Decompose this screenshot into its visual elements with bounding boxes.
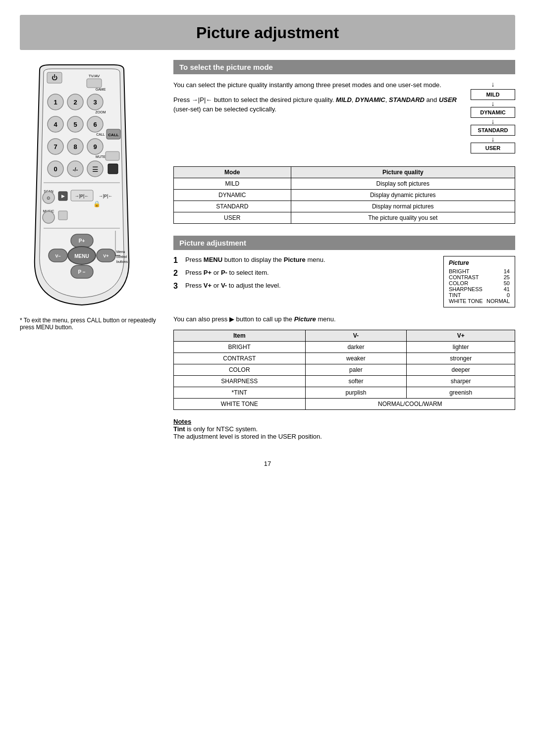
cycle-arrow-1: ↓ — [491, 100, 495, 107]
remote-control: ⏻ TV/AV GAME 1 2 3 ZOOM 4 — [25, 60, 154, 309]
adjustment-table-container: Item V- V+ BRIGHT darker lighter CONTRAS… — [173, 330, 515, 410]
svg-text:🔒: 🔒 — [93, 200, 101, 207]
mode-mild: MILD — [174, 178, 291, 190]
select-picture-mode-section: To select the picture mode ↓ MILD ↓ DYNA… — [173, 60, 515, 224]
quality-standard: Display normal pictures — [291, 201, 515, 212]
svg-text:→|P|←: →|P|← — [75, 194, 89, 199]
svg-text:▶: ▶ — [61, 194, 65, 199]
remote-note: * To exit the menu, press CALL button or… — [20, 317, 159, 331]
pic-row-color: COLOR 50 — [449, 280, 510, 286]
quality-mild: Display soft pictures — [291, 178, 515, 190]
adj-whitetone-values: NORMAL/COOL/WARM — [305, 399, 515, 410]
picture-menu-box: Picture BRIGHT 14 CONTRAST 25 COLOR 50 — [443, 256, 515, 307]
adj-tint-item: *TINT — [174, 387, 306, 399]
tv-av-label: TV/AV — [89, 74, 100, 78]
cycle-arrow-3: ↓ — [491, 136, 495, 143]
adjustment-note: The adjustment level is stored in the US… — [173, 433, 515, 440]
svg-text:5: 5 — [73, 121, 77, 128]
mode-user: USER — [174, 212, 291, 224]
mode-dynamic: DYNAMIC — [174, 190, 291, 201]
left-column: ⏻ TV/AV GAME 1 2 3 ZOOM 4 — [20, 60, 159, 440]
cycle-standard: STANDARD — [471, 125, 515, 136]
svg-text:P+: P+ — [79, 238, 85, 244]
svg-text:7: 7 — [54, 143, 57, 151]
pic-tint-val: 0 — [507, 292, 510, 298]
cycle-dynamic: DYNAMIC — [471, 107, 515, 118]
svg-text:CALL: CALL — [96, 133, 105, 136]
step-3-number: 3 — [173, 282, 181, 291]
mode-desc2: Press →|P|← button to select the desired… — [173, 95, 515, 114]
cycle-top-arrow: ↓ — [491, 80, 495, 88]
pic-contrast-val: 25 — [504, 274, 510, 280]
adj-whitetone-item: WHITE TONE — [174, 399, 306, 410]
svg-text:CALL: CALL — [108, 133, 118, 137]
pic-bright-val: 14 — [504, 268, 510, 274]
select-picture-mode-header: To select the picture mode — [173, 60, 515, 74]
notes-title: Notes — [173, 418, 515, 425]
adj-bright-item: BRIGHT — [174, 342, 306, 353]
svg-rect-47 — [58, 211, 67, 220]
pic-row-contrast: CONTRAST 25 — [449, 274, 510, 280]
pic-sharpness-label: SHARPNESS — [449, 286, 482, 292]
svg-text:4: 4 — [54, 121, 57, 128]
svg-text:buttons: buttons — [116, 260, 128, 263]
svg-point-46 — [43, 211, 54, 223]
adj-row-sharpness: SHARPNESS softer sharper — [174, 376, 515, 387]
adj-row-contrast: CONTRAST weaker stronger — [174, 353, 515, 364]
pic-row-bright: BRIGHT 14 — [449, 268, 510, 274]
mode-row-standard: STANDARD Display normal pictures — [174, 201, 515, 212]
step-1: 1 Press MENU button to display the Pictu… — [173, 256, 433, 265]
svg-rect-2 — [87, 79, 102, 88]
adj-contrast-vplus: stronger — [407, 353, 515, 364]
step-3: 3 Press V+ or V- to adjust the level. — [173, 282, 433, 291]
also-note: You can also press ▶ button to call up t… — [173, 315, 515, 323]
svg-rect-34 — [108, 164, 118, 174]
cycle-user: USER — [471, 143, 515, 153]
adjustment-table: Item V- V+ BRIGHT darker lighter CONTRAS… — [173, 330, 515, 410]
adj-contrast-vminus: weaker — [305, 353, 407, 364]
pic-whitetone-label: WHITE TONE — [449, 298, 483, 304]
svg-text:8: 8 — [73, 143, 77, 151]
adj-row-bright: BRIGHT darker lighter — [174, 342, 515, 353]
step-2-number: 2 — [173, 269, 181, 278]
mode-row-mild: MILD Display soft pictures — [174, 178, 515, 190]
adj-bright-vplus: lighter — [407, 342, 515, 353]
quality-user: The picture quality you set — [291, 212, 515, 224]
remote-svg: ⏻ TV/AV GAME 1 2 3 ZOOM 4 — [25, 60, 139, 307]
adj-contrast-item: CONTRAST — [174, 353, 306, 364]
adj-row-whitetone: WHITE TONE NORMAL/COOL/WARM — [174, 399, 515, 410]
vplus-col-header: V+ — [407, 330, 515, 342]
svg-text:V–: V– — [55, 253, 60, 258]
adj-row-color: COLOR paler deeper — [174, 364, 515, 376]
mode-col-header: Mode — [174, 167, 291, 178]
step-3-text: Press V+ or V- to adjust the level. — [185, 282, 281, 289]
svg-text:GAME: GAME — [96, 88, 106, 91]
adjustment-steps: Picture BRIGHT 14 CONTRAST 25 COLOR 50 — [173, 256, 515, 307]
svg-text:⏻: ⏻ — [52, 74, 57, 81]
svg-text:ZOOM: ZOOM — [96, 110, 106, 114]
right-column: To select the picture mode ↓ MILD ↓ DYNA… — [173, 60, 515, 440]
svg-text:Menu: Menu — [116, 250, 125, 253]
cycle-arrow-2: ↓ — [491, 118, 495, 125]
cycle-mild: MILD — [471, 89, 515, 100]
picture-adjustment-header: Picture adjustment — [173, 236, 515, 250]
picture-menu-title: Picture — [449, 259, 510, 266]
pic-row-tint: TINT 0 — [449, 292, 510, 298]
adj-sharpness-vminus: softer — [305, 376, 407, 387]
mode-cycle-diagram: ↓ MILD ↓ DYNAMIC ↓ STANDARD ↓ USER — [471, 80, 515, 153]
svg-text:-/-: -/- — [73, 166, 78, 172]
svg-text:⊙: ⊙ — [47, 196, 51, 201]
mode-row-user: USER The picture quality you set — [174, 212, 515, 224]
svg-text:9: 9 — [93, 143, 97, 151]
pic-color-label: COLOR — [449, 280, 468, 286]
svg-text:3: 3 — [93, 99, 97, 106]
adj-color-vminus: paler — [305, 364, 407, 376]
quality-dynamic: Display dynamic pictures — [291, 190, 515, 201]
page-title-bar: Picture adjustment — [20, 15, 515, 50]
mode-standard: STANDARD — [174, 201, 291, 212]
step-1-number: 1 — [173, 256, 181, 265]
quality-col-header: Picture quality — [291, 167, 515, 178]
pic-sharpness-val: 41 — [504, 286, 510, 292]
svg-text:1: 1 — [54, 99, 57, 106]
pic-color-val: 50 — [504, 280, 510, 286]
